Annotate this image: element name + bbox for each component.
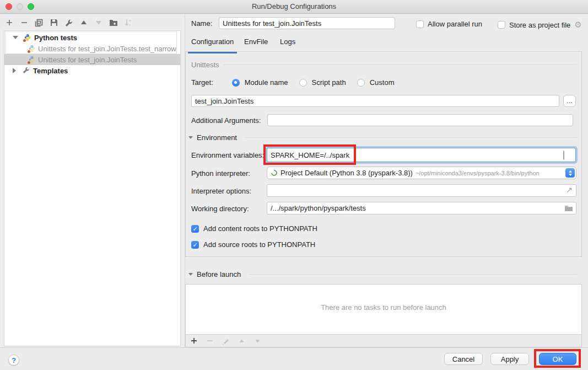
expand-icon[interactable] <box>13 68 16 73</box>
remove-configuration-button[interactable] <box>19 18 29 28</box>
add-content-roots-option[interactable]: ✓ Add content roots to PYTHONPATH <box>191 224 317 233</box>
edit-task-button <box>221 336 230 346</box>
add-source-roots-option[interactable]: ✓ Add source roots to PYTHONPATH <box>191 240 315 249</box>
tree-item-templates[interactable]: Templates <box>4 65 180 76</box>
folder-browse-icon[interactable] <box>564 205 573 213</box>
add-configuration-button[interactable] <box>4 18 14 28</box>
python-interpreter-path: ~/opt/miniconda3/envs/pyspark-3.8/bin/py… <box>416 170 540 176</box>
unittests-group-header: Unittests <box>191 61 577 69</box>
name-input[interactable] <box>219 17 395 29</box>
add-task-button[interactable] <box>189 336 198 346</box>
python-tests-icon <box>24 34 31 41</box>
tab-label: Configuration <box>191 37 234 46</box>
before-launch-task-list: There are no tasks to run before launch <box>185 284 582 335</box>
working-directory-input[interactable] <box>267 202 576 215</box>
name-label: Name: <box>191 19 212 28</box>
tree-item-label: Python tests <box>34 34 77 42</box>
configurations-tree: Python tests Unittests for test_join.Joi… <box>4 30 181 346</box>
python-test-config-icon <box>28 45 36 52</box>
tree-item-unittest-jointests-selected[interactable]: Unittests for test_join.JoinTests <box>4 54 180 65</box>
interpreter-options-label: Interpreter options: <box>191 187 251 195</box>
run-debug-configurations-dialog: Run/Debug Configurations az Python tests <box>0 0 588 370</box>
before-launch-toolbar <box>185 335 582 347</box>
chevron-up-down-icon[interactable] <box>565 168 575 178</box>
module-name-radio-label: Module name <box>245 78 288 87</box>
store-as-project-file-option[interactable]: Store as project file ⚙ <box>498 20 582 30</box>
conda-environment-icon <box>270 169 278 177</box>
test-badge-icon <box>23 39 26 42</box>
allow-parallel-run-label: Allow parallel run <box>428 20 482 28</box>
copy-configuration-icon[interactable] <box>34 18 44 28</box>
module-name-radio[interactable] <box>232 79 240 87</box>
cancel-button[interactable]: Cancel <box>444 353 483 365</box>
tab-envfile[interactable]: EnvFile <box>244 37 268 51</box>
script-path-radio[interactable] <box>299 79 307 87</box>
footer-divider <box>0 347 588 348</box>
script-path-radio-label: Script path <box>312 78 346 87</box>
collapse-section-icon[interactable] <box>188 273 193 276</box>
group-divider-line <box>224 65 577 65</box>
working-directory-label: Working directory: <box>191 205 249 213</box>
before-launch-empty-text: There are no tasks to run before launch <box>186 303 581 312</box>
collapse-icon[interactable] <box>13 36 18 39</box>
environment-section-header[interactable]: Environment <box>188 133 577 142</box>
tree-item-python-tests[interactable]: Python tests <box>4 32 180 43</box>
edit-templates-icon[interactable] <box>64 18 73 28</box>
help-button[interactable]: ? <box>8 355 19 366</box>
collapse-section-icon[interactable] <box>188 136 193 139</box>
target-label: Target: <box>191 78 213 87</box>
svg-text:a: a <box>129 19 131 22</box>
section-divider-line <box>245 137 577 138</box>
environment-section-label: Environment <box>197 133 237 142</box>
apply-button[interactable]: Apply <box>490 353 529 365</box>
before-launch-section-header[interactable]: Before launch <box>188 270 577 278</box>
tab-logs[interactable]: Logs <box>280 37 295 51</box>
allow-parallel-run-checkbox[interactable] <box>416 20 424 28</box>
svg-text:z: z <box>129 23 131 26</box>
store-as-project-file-checkbox[interactable] <box>498 21 505 29</box>
unittests-group-title: Unittests <box>191 61 219 69</box>
tree-item-unittest-narrow[interactable]: Unittests for test_join.JoinTests.test_n… <box>4 43 180 54</box>
add-source-roots-checkbox[interactable]: ✓ <box>191 241 199 249</box>
add-content-roots-checkbox[interactable]: ✓ <box>191 225 199 233</box>
test-badge-icon <box>28 50 30 53</box>
gear-icon[interactable]: ⚙ <box>574 20 581 30</box>
browse-module-button[interactable]: ... <box>563 95 576 107</box>
environment-variables-input[interactable] <box>267 148 576 162</box>
tab-configuration[interactable]: Configuration <box>191 37 234 51</box>
python-interpreter-label: Python interpreter: <box>191 169 250 178</box>
titlebar: Run/Debug Configurations <box>0 0 588 14</box>
tree-item-label: Unittests for test_join.JoinTests.test_n… <box>38 45 176 53</box>
custom-radio-label: Custom <box>370 78 395 87</box>
add-content-roots-label: Add content roots to PYTHONPATH <box>203 224 317 233</box>
environment-variables-label: Environment variables: <box>191 151 264 159</box>
move-down-button <box>94 18 103 28</box>
section-divider-line <box>249 274 577 275</box>
additional-arguments-input[interactable] <box>267 114 573 126</box>
sort-configurations-button: az <box>123 18 133 28</box>
python-interpreter-value: Project Default (Python 3.8 (pyspark-3.8… <box>280 169 413 177</box>
before-launch-section-label: Before launch <box>197 270 241 278</box>
test-badge-icon <box>28 61 30 64</box>
move-task-down-button <box>253 336 262 346</box>
new-folder-button[interactable] <box>109 18 118 28</box>
python-interpreter-select[interactable]: Project Default (Python 3.8 (pyspark-3.8… <box>267 167 576 179</box>
move-up-button[interactable] <box>79 18 88 28</box>
tab-label: Logs <box>280 37 295 46</box>
configurations-toolbar: az <box>4 17 133 29</box>
tree-item-label: Unittests for test_join.JoinTests <box>38 56 137 64</box>
custom-radio[interactable] <box>357 79 365 87</box>
edit-environment-variables-icon[interactable] <box>563 151 564 160</box>
window-title: Run/Debug Configurations <box>0 2 588 10</box>
interpreter-options-input[interactable] <box>267 184 576 197</box>
save-configuration-icon[interactable] <box>49 18 58 28</box>
tree-item-label: Templates <box>33 67 68 75</box>
tab-label: EnvFile <box>244 37 268 46</box>
remove-task-button <box>205 336 214 346</box>
expand-field-icon[interactable] <box>565 186 573 196</box>
python-test-config-icon <box>28 56 36 63</box>
target-module-input[interactable] <box>191 95 559 107</box>
allow-parallel-run-option[interactable]: Allow parallel run <box>416 20 482 28</box>
ok-button[interactable]: OK <box>539 353 576 365</box>
templates-icon <box>22 66 30 76</box>
